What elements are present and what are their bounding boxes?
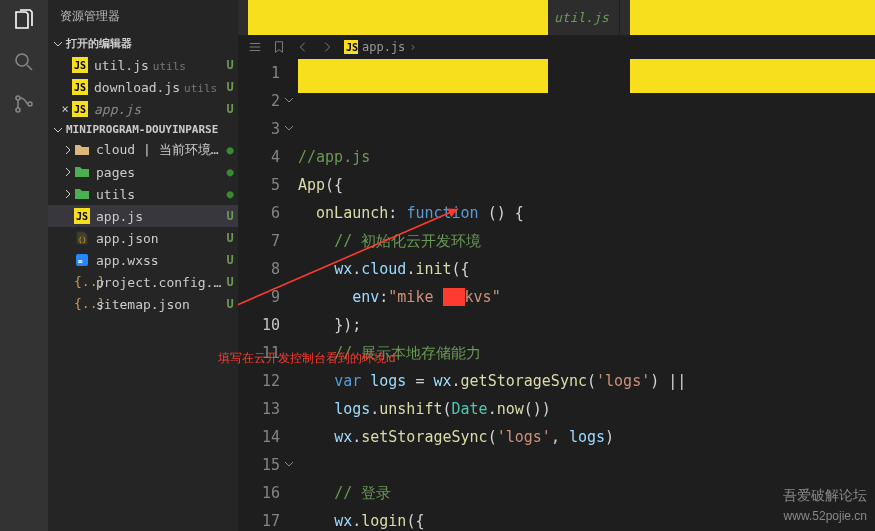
chevron-down-icon xyxy=(52,38,64,50)
js-file-icon: JS xyxy=(344,40,358,54)
sidebar-title: 资源管理器 xyxy=(48,0,238,33)
fold-icon[interactable] xyxy=(284,459,294,469)
folder-icon xyxy=(74,164,90,180)
wxss-file-icon: ≡ xyxy=(74,252,90,268)
js-file-icon: JS xyxy=(72,57,88,73)
js-file-icon: JS xyxy=(72,101,88,117)
folder-icon xyxy=(74,186,90,202)
brace-file-icon: {..} xyxy=(74,296,90,312)
git-dot: ● xyxy=(222,165,238,179)
back-icon[interactable] xyxy=(296,40,310,54)
activity-bar xyxy=(0,0,48,531)
git-badge: U xyxy=(222,102,238,116)
open-editor-item[interactable]: ×JSdownload.jsutilsU xyxy=(48,76,238,98)
svg-text:JS: JS xyxy=(346,42,358,53)
tree-file[interactable]: JSapp.jsU xyxy=(48,205,238,227)
chevron-right-icon xyxy=(62,166,74,178)
search-icon[interactable] xyxy=(12,50,36,74)
svg-point-3 xyxy=(28,102,32,106)
git-badge: U xyxy=(222,80,238,94)
tab-bar: JSutil.jsJSdownload.jsJSapp.js× xyxy=(238,0,875,35)
tree-folder[interactable]: pages● xyxy=(48,161,238,183)
tree-file[interactable]: {..}project.config.js...U xyxy=(48,271,238,293)
chevron-right-icon xyxy=(62,188,74,200)
svg-point-0 xyxy=(16,54,28,66)
watermark-url: www.52pojie.cn xyxy=(784,509,867,523)
chevron-down-icon xyxy=(52,124,64,136)
svg-point-2 xyxy=(16,108,20,112)
scm-icon[interactable] xyxy=(12,92,36,116)
git-badge: U xyxy=(222,231,238,245)
tree-file[interactable]: {..}sitemap.jsonU xyxy=(48,293,238,315)
svg-text:≡: ≡ xyxy=(78,257,83,266)
chevron-right-icon xyxy=(62,144,74,156)
menu-icon[interactable] xyxy=(248,40,262,54)
svg-text:JS: JS xyxy=(76,211,88,222)
annotation-text: 填写在云开发控制台看到的环境id xyxy=(218,350,395,367)
svg-text:JS: JS xyxy=(74,60,86,71)
svg-point-1 xyxy=(16,96,20,100)
git-badge: U xyxy=(222,209,238,223)
close-icon[interactable]: × xyxy=(58,102,72,116)
editor-area: JSutil.jsJSdownload.jsJSapp.js× JS app.j… xyxy=(238,0,875,531)
forward-icon[interactable] xyxy=(320,40,334,54)
git-badge: U xyxy=(222,253,238,267)
json-file-icon: {} xyxy=(74,230,90,246)
breadcrumb-file[interactable]: JS app.js › xyxy=(344,40,417,54)
tree-file[interactable]: ≡app.wxssU xyxy=(48,249,238,271)
git-badge: U xyxy=(222,297,238,311)
tree-file[interactable]: {}app.jsonU xyxy=(48,227,238,249)
fold-icon[interactable] xyxy=(284,95,294,105)
sidebar: 资源管理器 打开的编辑器 ×JSutil.jsutilsU×JSdownload… xyxy=(48,0,238,531)
svg-text:JS: JS xyxy=(74,104,86,115)
tree-folder[interactable]: utils● xyxy=(48,183,238,205)
open-editor-item[interactable]: ×JSutil.jsutilsU xyxy=(48,54,238,76)
git-badge: U xyxy=(222,58,238,72)
folder-icon xyxy=(74,142,90,158)
bookmark-icon[interactable] xyxy=(272,40,286,54)
code-editor[interactable]: 123456789101112131415161718 //app.jsApp(… xyxy=(238,59,875,531)
open-editors-header[interactable]: 打开的编辑器 xyxy=(48,33,238,54)
watermark-title: 吾爱破解论坛 xyxy=(783,487,867,505)
js-file-icon: JS xyxy=(72,79,88,95)
brace-file-icon: {..} xyxy=(74,274,90,290)
open-editor-item[interactable]: ×JSapp.jsU xyxy=(48,98,238,120)
git-badge: U xyxy=(222,275,238,289)
editor-tab[interactable]: JSutil.js xyxy=(238,0,620,35)
git-dot: ● xyxy=(222,143,238,157)
workspace-header[interactable]: MINIPROGRAM-DOUYINPARSE xyxy=(48,120,238,139)
svg-text:JS: JS xyxy=(74,82,86,93)
editor-tab[interactable]: JSdownload.js xyxy=(620,0,875,35)
svg-text:{}: {} xyxy=(78,236,86,244)
explorer-icon[interactable] xyxy=(12,8,36,32)
fold-icon[interactable] xyxy=(284,123,294,133)
git-dot: ● xyxy=(222,187,238,201)
js-file-icon: JS xyxy=(74,208,90,224)
tree-folder[interactable]: cloud | 当前环境...● xyxy=(48,139,238,161)
breadcrumb[interactable]: JS app.js › xyxy=(238,35,875,59)
